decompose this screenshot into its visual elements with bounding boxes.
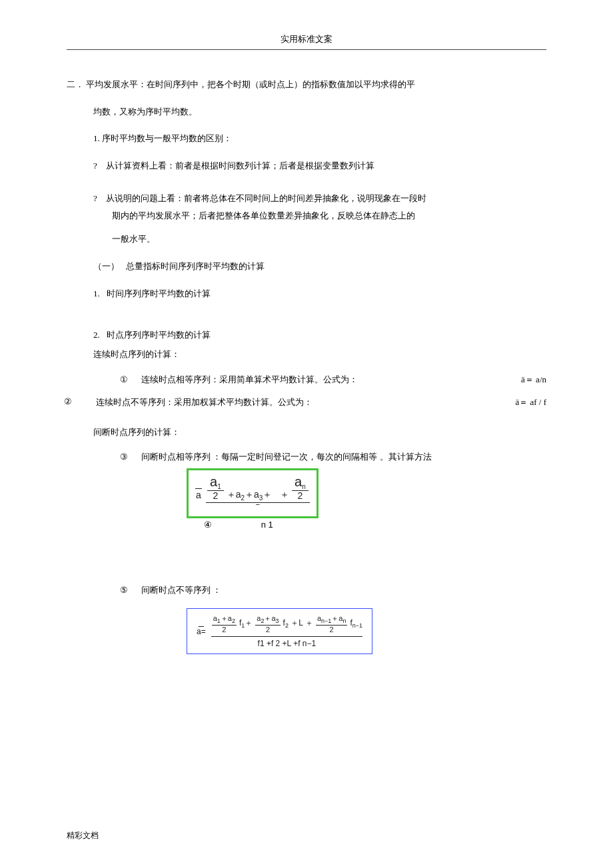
q1-mark: ? (93, 161, 97, 171)
bullet-q2-a: ? 从说明的问题上看：前者将总体在不同时间上的时间差异抽象化，说明现象在一段时 (67, 191, 546, 207)
c2-label: ② (64, 396, 72, 407)
c3-text: 间断时点相等序列 ：每隔一定时间登记一次，每次的间隔相等 。其计算方法 (141, 451, 546, 463)
circle-2-row: ② 连续时点不等序列：采用加权算术平均数计算。公式为： ā＝ af / f (67, 396, 546, 408)
section-2-heading: 二． 平均发展水平：在时间序列中，把各个时期（或时点上）的指标数值加以平均求得的… (67, 77, 546, 93)
p2-text: 时点序列序时平均数的计算 (107, 330, 211, 340)
c4-label: ④ (204, 520, 212, 530)
footer-text: 精彩文档 (67, 830, 99, 841)
blue-den: f1 +f 2 +L +f n−1 (211, 637, 362, 648)
bullet-q2-b: 期内的平均发展水平；后者把整体各单位数量差异抽象化，反映总体在静态上的 (67, 208, 546, 224)
p1-label: 1. (93, 288, 100, 298)
c1-label: ① (120, 374, 128, 385)
section-2-text-b: 均数，又称为序时平均数。 (67, 104, 546, 121)
formula-green-below: ④ n 1 (187, 520, 546, 530)
para-2: 2. 时点序列序时平均数的计算 (67, 327, 546, 344)
q1-text: 从计算资料上看：前者是根据时间数列计算；后者是根据变量数列计算 (106, 161, 374, 171)
formula-blue-box: a= a1＋a22 f1＋ a2＋a32 f2 ＋L ＋ an−1＋an2 fn… (187, 608, 372, 655)
formula-green-box: a a1 2 ＋a2＋a3＋ ＋ an 2 ‾ (187, 468, 318, 518)
c3-label: ③ (120, 452, 128, 462)
para-1: 1. 时间序列序时平均数的计算 (67, 286, 546, 302)
bullet-q2-c: 一般水平。 (67, 231, 546, 248)
sub1-text: 总量指标时间序列序时平均数的计算 (126, 261, 265, 271)
circle-1-row: ① 连续时点相等序列：采用简单算术平均数计算。公式为： ā＝ a/n (67, 374, 546, 386)
header-rule (67, 49, 546, 50)
formula-green-wrap: a a1 2 ＋a2＋a3＋ ＋ an 2 ‾ (133, 468, 546, 530)
green-lhs: a (196, 490, 201, 500)
c5-label: ⑤ (120, 585, 128, 596)
c5-text: 间断时点不等序列 ： (141, 584, 221, 596)
section-2-label: 二． (67, 79, 84, 89)
p1-text: 时间序列序时平均数的计算 (107, 288, 211, 298)
c1-formula: ā＝ a/n (521, 374, 546, 386)
c4-den: n 1 (261, 520, 273, 530)
sub1-label: （一） (93, 261, 119, 271)
point-1-text: 序时平均数与一般平均数的区别： (102, 133, 232, 143)
point-1: 1. 序时平均数与一般平均数的区别： (67, 131, 546, 147)
c2-formula: ā＝ af / f (515, 396, 546, 408)
point-1-label: 1. (93, 133, 100, 143)
para-3-sub: 间断时点序列的计算： (67, 424, 546, 441)
c2-text: 连续时点不等序列：采用加权算术平均数计算。公式为： (67, 396, 502, 408)
circle-5-row: ⑤ 间断时点不等序列 ： (67, 584, 546, 596)
q2-mark: ? (93, 193, 97, 203)
formula-blue-wrap: a= a1＋a22 f1＋ a2＋a32 f2 ＋L ＋ an−1＋an2 fn… (133, 608, 546, 655)
p2-label: 2. (93, 330, 100, 340)
para-2-sub: 连续时点序列的计算： (67, 346, 546, 363)
subsection-1: （一） 总量指标时间序列序时平均数的计算 (67, 258, 546, 275)
q2-text-a: 从说明的问题上看：前者将总体在不同时间上的时间差异抽象化，说明现象在一段时 (106, 193, 426, 203)
section-2-text-a: 平均发展水平：在时间序列中，把各个时期（或时点上）的指标数值加以平均求得的平 (86, 79, 415, 89)
bullet-q1: ? 从计算资料上看：前者是根据时间数列计算；后者是根据变量数列计算 (67, 158, 546, 175)
header-title: 实用标准文案 (281, 34, 332, 44)
c1-text: 连续时点相等序列：采用简单算术平均数计算。公式为： (141, 374, 508, 386)
circle-3-row: ③ 间断时点相等序列 ：每隔一定时间登记一次，每次的间隔相等 。其计算方法 (67, 451, 546, 463)
